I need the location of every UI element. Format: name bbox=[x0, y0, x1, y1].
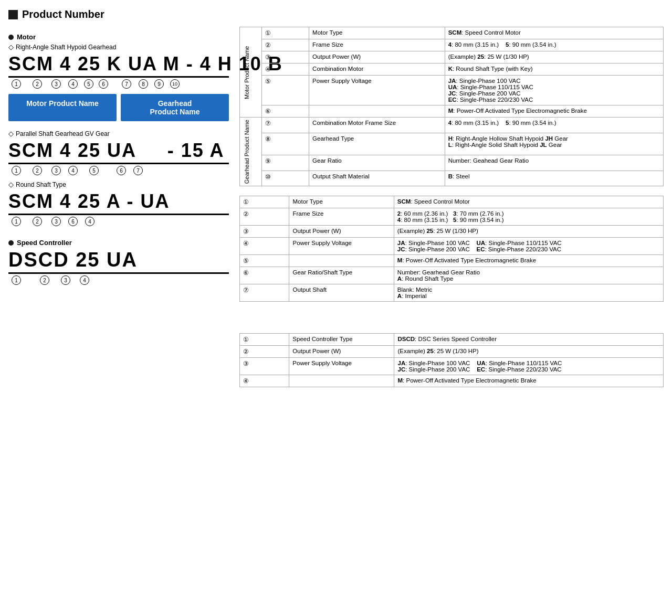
table-row: ② Frame Size 4: 80 mm (3.15 in.) 5: 90 m… bbox=[240, 39, 664, 51]
table-row: ④ Combination Motor K: Round Shaft Type … bbox=[240, 63, 664, 76]
title-square bbox=[8, 10, 18, 19]
table-row: ② Output Power (W) (Example) 25: 25 W (1… bbox=[240, 346, 664, 358]
right-angle-code: SCM 4 25 K UA M - 4 H 10 B bbox=[8, 53, 229, 78]
speed-ctrl-circled-nums: 1 2 3 4 bbox=[8, 275, 229, 285]
bullet-motor bbox=[8, 35, 14, 40]
table-row: ⑤ Power Supply Voltage JA: Single-Phase … bbox=[240, 76, 664, 105]
gearhead-product-name-box: Gearhead Product Name bbox=[121, 94, 229, 121]
right-angle-table: Motor Product Name ① Motor Type SCM: Spe… bbox=[239, 27, 664, 186]
table-row: ⑨ Gear Ratio Number: Geahead Gear Ratio bbox=[240, 155, 664, 171]
table-row: ⑥ M: Power-Off Activated Type Electromag… bbox=[240, 105, 664, 118]
motor-product-name-box: Motor Product Name bbox=[8, 94, 117, 121]
table-row: ⑤ M: Power-Off Activated Type Electromag… bbox=[240, 255, 664, 267]
motor-section-header: Motor bbox=[8, 33, 229, 41]
parallel-code: SCM 4 25 UA - 15 A bbox=[8, 140, 229, 164]
table-row: ⑧ Gearhead Type H: Right-Angle Hollow Sh… bbox=[240, 133, 664, 155]
parallel-header: ◇Parallel Shaft Gearhead GV Gear bbox=[8, 130, 229, 137]
table-row: Motor Product Name ① Motor Type SCM: Spe… bbox=[240, 27, 664, 39]
table-row: ③ Power Supply Voltage JA: Single-Phase … bbox=[240, 358, 664, 375]
page-title: Product Number bbox=[8, 8, 664, 20]
round-shaft-header: ◇Round Shaft Type bbox=[8, 180, 229, 188]
table-row: ① Motor Type SCM: Speed Control Motor bbox=[240, 196, 664, 208]
table-row: ⑦ Output Shaft Blank: Metric A: Imperial bbox=[240, 284, 664, 302]
table-row: ③ Output Power (W) (Example) 25: 25 W (1… bbox=[240, 51, 664, 63]
table-row: Gearhead Product Name ⑦ Combination Moto… bbox=[240, 118, 664, 133]
table-row: ④ M: Power-Off Activated Type Electromag… bbox=[240, 375, 664, 387]
table-row: ④ Power Supply Voltage JA: Single-Phase … bbox=[240, 238, 664, 255]
speed-ctrl-code: DSCD 25 UA bbox=[8, 249, 229, 274]
name-boxes-row: Motor Product Name Gearhead Product Name bbox=[8, 94, 229, 121]
table-row: ③ Output Power (W) (Example) 25: 25 W (1… bbox=[240, 226, 664, 238]
bullet-speed-ctrl bbox=[8, 240, 14, 246]
table-row: ① Speed Controller Type DSCD: DSC Series… bbox=[240, 334, 664, 346]
right-angle-header: ◇Right-Angle Shaft Hypoid Gearhead bbox=[8, 43, 229, 51]
table-row: ⑥ Gear Ratio/Shaft Type Number: Gearhead… bbox=[240, 267, 664, 284]
speed-ctrl-header: Speed Controller bbox=[8, 239, 229, 247]
speed-controller-table: ① Speed Controller Type DSCD: DSC Series… bbox=[239, 333, 664, 387]
round-shaft-circled-nums: 1 2 3 6 4 bbox=[8, 217, 229, 226]
speed-controller-section: Speed Controller DSCD 25 UA 1 2 3 4 bbox=[8, 239, 229, 285]
right-angle-circled-nums: 1 2 3 4 5 6 7 8 9 10 bbox=[8, 79, 229, 89]
round-shaft-code: SCM 4 25 A - UA bbox=[8, 190, 229, 215]
parallel-shaft-table: ① Motor Type SCM: Speed Control Motor ② … bbox=[239, 196, 664, 302]
parallel-circled-nums: 1 2 3 4 5 6 7 bbox=[8, 166, 229, 175]
table-row: ⑩ Output Shaft Material B: Steel bbox=[240, 171, 664, 186]
table-row: ② Frame Size 2: 60 mm (2.36 in.) 3: 70 m… bbox=[240, 208, 664, 226]
